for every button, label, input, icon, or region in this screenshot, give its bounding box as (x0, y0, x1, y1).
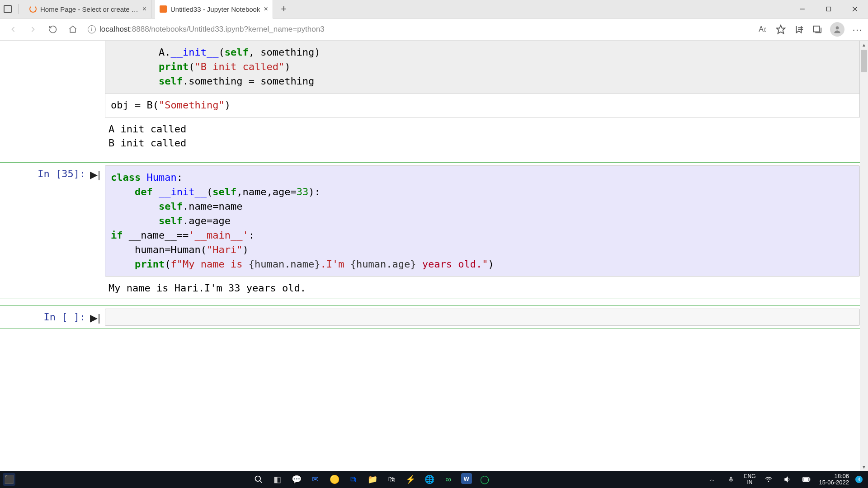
browser-tab-notebook[interactable]: Untitled33 - Jupyter Notebook × (155, 0, 273, 19)
chrome-icon[interactable]: 🟡 (328, 473, 341, 486)
collections-icon[interactable] (812, 24, 822, 34)
tab-overview-icon[interactable] (4, 5, 12, 13)
scroll-down-arrow-icon[interactable]: ▼ (860, 463, 868, 471)
window-maximize-button[interactable] (816, 0, 842, 19)
svg-rect-1 (827, 7, 831, 11)
svg-marker-4 (777, 25, 785, 33)
notebook-viewport: A.__init__(self, something) print("B ini… (0, 41, 860, 471)
favorites-list-icon[interactable] (794, 24, 804, 34)
jupyter-home-icon (29, 5, 37, 13)
ms-store-icon[interactable]: 🛍 (385, 473, 398, 486)
refresh-button[interactable] (45, 22, 61, 37)
site-info-icon[interactable]: i (88, 25, 96, 33)
microphone-icon[interactable] (725, 473, 737, 486)
code-input-area[interactable]: A.__init__(self, something) print("B ini… (105, 41, 860, 94)
jupyter-notebook-icon (160, 5, 167, 13)
webex-icon[interactable]: ∞ (442, 473, 455, 486)
windows-taskbar: ⬛ ◧ 💬 ✉ 🟡 ⧉ 📁 🛍 ⚡ 🌐 ∞ W ◯ ︿ ENGIN 18:061… (0, 471, 868, 488)
browser-tab-home[interactable]: Home Page - Select or create a n × (25, 0, 151, 19)
url-path: :8888/notebooks/Untitled33.ipynb?kernel_… (130, 25, 325, 33)
code-input-area[interactable] (105, 309, 860, 326)
scrollbar-thumb[interactable] (861, 50, 867, 72)
svg-marker-16 (785, 477, 788, 482)
url-host: localhost (99, 25, 130, 33)
cell-prompt: In [ ]: (44, 311, 86, 323)
search-icon[interactable] (252, 473, 265, 486)
browser-titlebar: Home Page - Select or create a n × Untit… (0, 0, 868, 19)
code-cell-selected[interactable]: In [35]: ▶| class Human: def __init__(se… (0, 162, 860, 299)
code-input-area[interactable]: obj = B("Something") (105, 94, 860, 117)
pycharm-icon[interactable]: ◯ (478, 473, 491, 486)
home-button[interactable] (65, 22, 80, 37)
vertical-scrollbar[interactable]: ▲ ▼ (860, 41, 868, 471)
close-tab-icon[interactable]: × (142, 5, 146, 13)
cell-output: My name is Hari.I'm 33 years old. (105, 277, 860, 296)
tab-label: Untitled33 - Jupyter Notebook (170, 5, 260, 13)
svg-rect-19 (803, 478, 808, 481)
code-input-area[interactable]: class Human: def __init__(self,name,age=… (105, 165, 860, 276)
mail-app-icon[interactable]: ✉ (309, 473, 322, 486)
start-button[interactable] (233, 473, 246, 486)
task-view-icon[interactable]: ◧ (271, 473, 284, 486)
run-cell-icon[interactable]: ▶| (90, 312, 100, 324)
profile-avatar[interactable] (830, 22, 844, 37)
run-cell-icon[interactable]: ▶| (90, 169, 100, 181)
word-icon[interactable]: W (461, 473, 472, 484)
dropbox-icon[interactable]: ⧉ (347, 473, 360, 486)
divider (18, 4, 19, 14)
tray-expand-icon[interactable]: ︿ (706, 473, 718, 486)
favorite-icon[interactable] (776, 24, 786, 34)
svg-point-10 (836, 26, 839, 29)
window-minimize-button[interactable] (789, 0, 816, 19)
svg-rect-18 (809, 479, 810, 481)
tab-label: Home Page - Select or create a n (40, 5, 139, 13)
wifi-icon[interactable] (762, 473, 775, 486)
edge-icon[interactable]: 🌐 (423, 473, 436, 486)
back-button[interactable] (5, 22, 21, 37)
scroll-up-arrow-icon[interactable]: ▲ (860, 41, 868, 49)
browser-toolbar: i localhost:8888/notebooks/Untitled33.ip… (0, 19, 868, 41)
more-menu-icon[interactable]: ··· (853, 24, 863, 34)
svg-line-12 (259, 481, 262, 483)
terminal-icon[interactable]: ⚡ (404, 473, 417, 486)
cell-prompt: In [35]: (38, 168, 85, 179)
window-close-button[interactable] (842, 0, 868, 19)
svg-point-15 (768, 481, 769, 481)
close-tab-icon[interactable]: × (264, 5, 268, 13)
file-explorer-icon[interactable]: 📁 (366, 473, 379, 486)
new-tab-button[interactable]: + (277, 3, 291, 15)
battery-icon[interactable] (800, 473, 813, 486)
volume-icon[interactable] (781, 473, 794, 486)
notification-badge[interactable]: 4 (855, 476, 863, 483)
code-cell-empty[interactable]: In [ ]: ▶| (0, 305, 860, 329)
chat-app-icon[interactable]: 💬 (290, 473, 303, 486)
cell-output: A init called B init called (105, 117, 860, 152)
read-aloud-icon[interactable]: A)) (758, 24, 768, 34)
code-cell[interactable]: A.__init__(self, something) print("B ini… (0, 41, 860, 154)
widgets-icon[interactable]: ⬛ (3, 473, 15, 486)
svg-point-11 (255, 476, 260, 482)
svg-rect-7 (814, 26, 820, 32)
forward-button[interactable] (25, 22, 41, 37)
address-bar[interactable]: i localhost:8888/notebooks/Untitled33.ip… (85, 25, 753, 34)
svg-rect-13 (731, 477, 732, 480)
language-indicator[interactable]: ENGIN (744, 474, 755, 485)
clock[interactable]: 18:0615-06-2022 (819, 473, 849, 486)
